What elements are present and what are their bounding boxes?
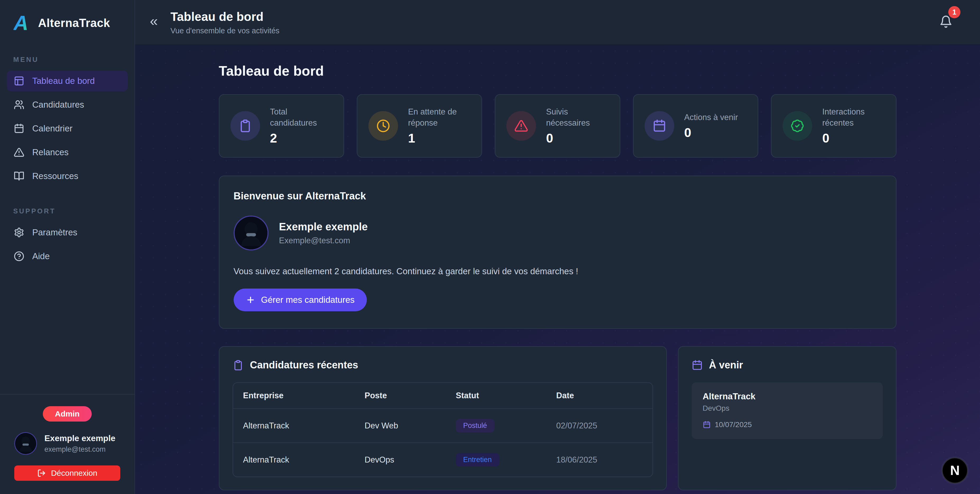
column-header-statut: Statut <box>446 383 546 409</box>
stat-card-total-candidatures: Total candidatures 2 <box>219 94 344 158</box>
nextjs-devtools-button[interactable]: N <box>942 457 968 483</box>
stat-value: 0 <box>684 125 738 140</box>
recent-applications-table: Entreprise Poste Statut Date AlternaTrac… <box>232 382 653 477</box>
app-window: A AlternaTrack MENU Tableau de bord Cand… <box>0 0 980 494</box>
cell-date: 02/07/2025 <box>546 409 652 443</box>
upcoming-item[interactable]: AlternaTrack DevOps 10/07/2025 <box>692 382 883 439</box>
calendar-icon <box>703 421 711 429</box>
recent-panel-title: Candidatures récentes <box>250 359 358 371</box>
help-circle-icon <box>14 251 24 261</box>
stat-label: Suivis nécessaires <box>546 106 608 129</box>
brand[interactable]: A AlternaTrack <box>7 10 128 36</box>
upcoming-panel: À venir AlternaTrack DevOps 10/07/2025 <box>678 346 896 490</box>
stat-value: 0 <box>822 131 885 145</box>
logout-icon <box>37 469 46 477</box>
sidebar-section-menu-label: MENU <box>13 56 128 64</box>
main-content: Tableau de bord Total candidatures 2 En … <box>135 45 980 494</box>
avatar <box>234 215 269 250</box>
sidebar-item-ressources[interactable]: Ressources <box>7 166 128 186</box>
calendar-icon <box>644 111 674 141</box>
clipboard-icon <box>231 111 260 141</box>
welcome-user-email: Exemple@test.com <box>279 236 368 245</box>
column-header-entreprise: Entreprise <box>233 383 355 409</box>
topbar-title: Tableau de bord <box>170 10 279 24</box>
welcome-message: Vous suivez actuellement 2 candidatures.… <box>234 266 882 276</box>
topbar: « Tableau de bord Vue d'ensemble de vos … <box>135 0 980 45</box>
cta-label: Gérer mes candidatures <box>261 295 355 305</box>
stat-card-en-attente: En attente de réponse 1 <box>357 94 482 158</box>
stat-card-actions: Actions à venir 0 <box>633 94 758 158</box>
sidebar-item-label: Paramètres <box>32 228 78 237</box>
sidebar-user-email: exemple@test.com <box>45 445 116 454</box>
upcoming-date: 10/07/2025 <box>715 421 752 429</box>
cell-entreprise: AlternaTrack <box>233 409 355 443</box>
alert-triangle-icon <box>14 147 24 158</box>
sidebar-item-tableau-de-bord[interactable]: Tableau de bord <box>7 71 128 91</box>
collapse-sidebar-button[interactable]: « <box>150 14 158 31</box>
sidebar-section-support-label: SUPPORT <box>13 207 128 215</box>
upcoming-panel-title: À venir <box>709 359 743 371</box>
manage-applications-button[interactable]: Gérer mes candidatures <box>234 288 367 311</box>
stat-value: 2 <box>270 131 332 145</box>
stats-row: Total candidatures 2 En attente de répon… <box>219 94 896 158</box>
sidebar-user-row: Exemple exemple exemple@test.com <box>14 432 120 455</box>
notifications-button[interactable]: 1 <box>939 15 953 29</box>
table-row[interactable]: AlternaTrack DevOps Entretien 18/06/2025 <box>233 443 652 476</box>
cell-date: 18/06/2025 <box>546 443 652 476</box>
gear-icon <box>14 227 24 238</box>
page-title: Tableau de bord <box>219 63 896 79</box>
sidebar-item-relances[interactable]: Relances <box>7 142 128 163</box>
stat-label: Actions à venir <box>684 112 738 123</box>
table-row[interactable]: AlternaTrack Dev Web Postulé 02/07/2025 <box>233 409 652 443</box>
brand-name: AlternaTrack <box>38 16 110 30</box>
cell-entreprise: AlternaTrack <box>233 443 355 476</box>
recent-applications-panel: Candidatures récentes Entreprise Poste S… <box>219 346 667 490</box>
sidebar-item-calendrier[interactable]: Calendrier <box>7 118 128 139</box>
stat-value: 1 <box>408 131 471 145</box>
status-badge: Postulé <box>456 419 495 432</box>
topbar-subtitle: Vue d'ensemble de vos activités <box>170 26 279 35</box>
logout-label: Déconnexion <box>51 469 97 478</box>
clipboard-icon <box>232 360 244 371</box>
sidebar-item-label: Ressources <box>32 171 78 181</box>
calendar-icon <box>14 123 24 134</box>
notification-count-badge: 1 <box>948 6 961 18</box>
stat-card-interactions: Interactions récentes 0 <box>771 94 896 158</box>
sidebar-item-label: Tableau de bord <box>32 76 95 86</box>
welcome-card: Bienvenue sur AlternaTrack Exemple exemp… <box>219 175 896 329</box>
brand-logo-icon: A <box>11 13 31 33</box>
sidebar-item-label: Candidatures <box>32 100 84 110</box>
column-header-poste: Poste <box>355 383 446 409</box>
sidebar-item-label: Relances <box>32 147 69 157</box>
clock-icon <box>368 111 398 141</box>
role-badge: Admin <box>43 406 92 422</box>
upcoming-role: DevOps <box>703 404 872 413</box>
sidebar-item-label: Aide <box>32 251 50 261</box>
sidebar-item-parametres[interactable]: Paramètres <box>7 222 128 243</box>
sidebar-item-candidatures[interactable]: Candidatures <box>7 94 128 115</box>
welcome-title: Bienvenue sur AlternaTrack <box>234 190 882 202</box>
check-badge-icon <box>783 111 812 141</box>
avatar <box>14 432 37 455</box>
stat-label: Interactions récentes <box>822 106 885 129</box>
sidebar: A AlternaTrack MENU Tableau de bord Cand… <box>0 0 135 494</box>
stat-value: 0 <box>546 131 608 145</box>
stat-label: En attente de réponse <box>408 106 471 129</box>
book-open-icon <box>14 171 24 182</box>
sidebar-item-label: Calendrier <box>32 123 72 134</box>
cell-poste: DevOps <box>355 443 446 476</box>
plus-icon <box>246 295 255 304</box>
sidebar-item-aide[interactable]: Aide <box>7 246 128 266</box>
logout-button[interactable]: Déconnexion <box>14 465 120 481</box>
alert-triangle-icon <box>506 111 536 141</box>
cell-poste: Dev Web <box>355 409 446 443</box>
calendar-icon <box>692 360 703 371</box>
dashboard-icon <box>14 76 24 86</box>
stat-card-suivis: Suivis nécessaires 0 <box>495 94 620 158</box>
stat-label: Total candidatures <box>270 106 332 129</box>
sidebar-user-panel: Admin Exemple exemple exemple@test.com D… <box>0 394 135 494</box>
welcome-user-name: Exemple exemple <box>279 221 368 233</box>
table-header-row: Entreprise Poste Statut Date <box>233 383 652 409</box>
users-icon <box>14 99 24 110</box>
status-badge: Entretien <box>456 453 499 467</box>
